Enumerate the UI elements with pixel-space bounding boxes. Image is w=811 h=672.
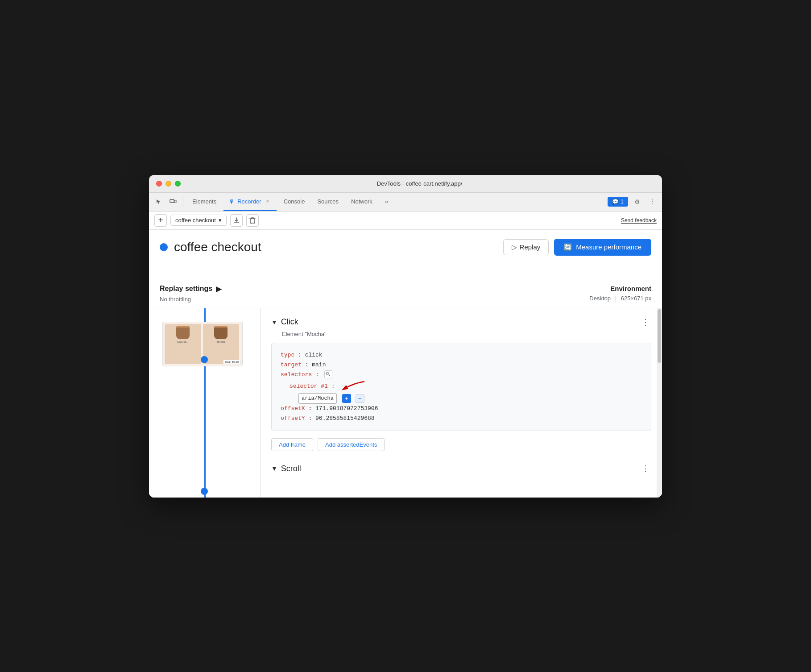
recorder-toolbar: + coffee checkout ▾ Send feedback [149,212,662,230]
steps-wrapper: Capucc... Mocha Total: $0.00 [149,308,662,498]
step-more-button-click[interactable]: ⋮ [640,315,651,329]
step-header-left: ▼ Click [271,317,298,327]
devtools-window: DevTools - coffee-cart.netlify.app/ Elem… [149,175,662,498]
add-recording-button[interactable]: + [154,214,167,227]
recording-actions: ▷ Replay 🔄 Measure performance [503,239,651,256]
send-feedback-link[interactable]: Send feedback [621,217,657,224]
timeline-dot-1 [201,356,208,363]
more-options-icon[interactable]: ⋮ [646,195,658,208]
scrollbar-thumb[interactable] [658,309,661,363]
settings-left: Replay settings ▶ No throttling [160,285,221,303]
scroll-step: ▼ Scroll ⋮ [271,462,651,475]
notification-button[interactable]: 💬 1 [608,197,628,207]
svg-rect-2 [327,373,328,374]
svg-rect-0 [170,199,174,203]
remove-selector-button[interactable]: − [356,394,364,403]
scrollbar-track [657,308,662,498]
coffee-cup-2 [214,326,228,339]
export-button[interactable] [230,214,243,227]
recording-title-area: coffee checkout [160,240,261,254]
steps-content: ▼ Click ⋮ Element "Mocha" type : click [261,308,662,498]
add-selector-button[interactable]: + [342,394,351,403]
delete-button[interactable] [246,214,259,227]
environment-value: Desktop | 625×671 px [589,295,651,302]
tab-elements[interactable]: Elements [187,192,222,211]
step-header-click: ▼ Click ⋮ [271,315,651,329]
minimize-button[interactable] [166,181,171,187]
recording-selector[interactable]: coffee checkout ▾ [170,215,227,226]
close-button[interactable] [156,181,162,187]
tab-recorder[interactable]: 🎙 Recorder × [223,192,276,211]
timeline-dot-2 [201,488,208,495]
title-bar: DevTools - coffee-cart.netlify.app/ [149,175,662,193]
collapse-click-step[interactable]: ▼ [271,319,277,326]
device-toggle-icon[interactable] [167,195,179,208]
dropdown-icon: ▾ [219,217,222,224]
toolbar-right: 💬 1 ⚙ ⋮ [608,195,658,208]
step-title-scroll: Scroll [281,464,301,473]
coffee-item-1: Capucc... [165,324,201,364]
code-line-offsetx: offsetX : 171.90187072753906 [281,404,642,414]
step-more-button-scroll[interactable]: ⋮ [640,462,651,475]
selector-inspect-icon[interactable] [324,370,332,378]
arrow-annotation-svg [340,380,367,393]
collapse-scroll-step[interactable]: ▼ [271,465,277,472]
settings-icon[interactable]: ⚙ [631,195,643,208]
maximize-button[interactable] [175,181,181,187]
window-title: DevTools - coffee-cart.netlify.app/ [184,180,655,187]
tab-network[interactable]: Network [346,192,378,211]
toolbar-divider-1 [183,196,183,207]
devtools-body: Elements 🎙 Recorder × Console Sources Ne… [149,193,662,498]
status-dot [160,243,168,251]
environment-label: Environment [589,285,651,292]
code-block-click: type : click target : main selectors [271,343,651,431]
step-header-scroll-left: ▼ Scroll [271,464,301,473]
step-title-click: Click [281,317,298,327]
recorder-icon: 🎙 [229,198,235,205]
chat-icon: 💬 [612,199,619,205]
replay-button[interactable]: ▷ Replay [503,239,549,255]
measure-performance-button[interactable]: 🔄 Measure performance [554,239,651,256]
click-step: ▼ Click ⋮ Element "Mocha" type : click [271,315,651,452]
measure-icon: 🔄 [564,243,572,251]
timeline-sidebar: Capucc... Mocha Total: $0.00 [149,308,261,498]
code-line-offsety: offsetY : 96.28585815429688 [281,414,642,423]
main-content: coffee checkout ▷ Replay 🔄 Measure perfo… [149,230,662,278]
code-line-selector1: selector #1 : [281,380,642,393]
settings-expand-icon: ▶ [216,285,221,293]
aria-mocha-badge: aria/Mocha [298,393,337,404]
tab-more[interactable]: » [380,192,393,211]
replay-settings-title: Replay settings ▶ [160,285,221,293]
close-tab-button[interactable]: × [264,198,271,205]
add-asserted-events-button[interactable]: Add assertedEvents [318,438,385,451]
throttling-value: No throttling [160,296,221,303]
code-line-target: target : main [281,360,642,370]
coffee-item-2: Mocha [203,324,240,364]
coffee-cup-1 [176,326,190,339]
settings-right: Environment Desktop | 625×671 px [589,285,651,302]
recording-title: coffee checkout [174,240,261,254]
settings-bar: Replay settings ▶ No throttling Environm… [149,278,662,308]
code-line-aria: aria/Mocha + − [281,393,642,404]
total-bar: Total: $0.00 [223,360,240,364]
tab-console[interactable]: Console [278,192,310,211]
steps-area: Capucc... Mocha Total: $0.00 [149,308,662,498]
cursor-tool-icon[interactable] [153,195,165,208]
env-separator: | [615,295,617,302]
code-line-type: type : click [281,350,642,360]
step-subtitle-click: Element "Mocha" [282,331,651,337]
tab-sources[interactable]: Sources [312,192,344,211]
step-actions-click: Add frame Add assertedEvents [271,438,651,451]
recording-header: coffee checkout ▷ Replay 🔄 Measure perfo… [160,239,651,263]
add-frame-button[interactable]: Add frame [271,438,313,451]
devtools-toolbar: Elements 🎙 Recorder × Console Sources Ne… [149,193,662,212]
code-line-selectors: selectors : [281,370,642,380]
svg-rect-1 [174,200,176,203]
play-icon: ▷ [512,243,517,251]
step-header-scroll: ▼ Scroll ⋮ [271,462,651,475]
